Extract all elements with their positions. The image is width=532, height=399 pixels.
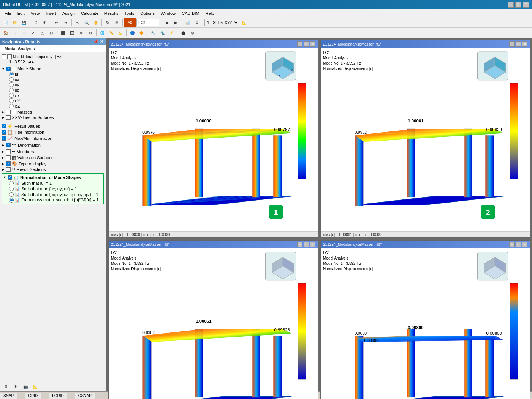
vos2-check[interactable]	[6, 155, 11, 160]
tree-item-maxmin[interactable]: ✓ 📈 Max/Min Information	[2, 135, 104, 141]
redo-btn[interactable]: ↪	[62, 18, 70, 27]
masses-check[interactable]	[6, 110, 11, 114]
ux-radio[interactable]	[9, 77, 14, 82]
menu-insert[interactable]: Insert	[43, 10, 59, 16]
nav-pin-icon[interactable]: 📌	[93, 39, 98, 44]
menu-tools[interactable]: Tools	[121, 10, 137, 16]
tree-item-type-display[interactable]: ▶ ✓ 🎨 Type of display	[2, 161, 104, 166]
menu-view[interactable]: View	[28, 10, 43, 16]
menu-results[interactable]: Results	[101, 10, 122, 16]
such1-radio[interactable]	[9, 181, 14, 185]
tree-item-phiz[interactable]: φZ	[2, 103, 104, 109]
fit-btn[interactable]: ⊞	[112, 18, 121, 27]
menu-window[interactable]: Window	[158, 10, 179, 16]
maximize-btn[interactable]: □	[515, 2, 521, 8]
uz-radio[interactable]	[9, 88, 14, 92]
t2-btn16[interactable]: 🔧	[149, 28, 157, 37]
norm-check[interactable]: ✓	[8, 175, 12, 180]
freq-checkbox2[interactable]	[7, 54, 12, 59]
nav-bottom-btn4[interactable]: 📐	[31, 383, 40, 391]
t2-btn19[interactable]: ⬤	[179, 28, 187, 37]
tree-item-values-on-surf[interactable]: ▶ ✕✕ Values on Surfaces	[2, 115, 104, 120]
tree-item-such1[interactable]: 📊 Such that |u| = 1	[3, 180, 103, 186]
preview-btn[interactable]: 👁	[41, 18, 49, 27]
such2-radio[interactable]	[9, 187, 14, 191]
settings-btn[interactable]: ⚙	[193, 18, 201, 27]
nav-tab-modal[interactable]: Modal Analysis	[0, 45, 106, 52]
mem-check[interactable]	[6, 149, 11, 154]
menu-calculate[interactable]: Calculate	[78, 10, 101, 16]
t2-btn4[interactable]: ⤢	[29, 28, 37, 37]
minimize-btn[interactable]: −	[508, 2, 514, 8]
pan-btn[interactable]: ✋	[92, 18, 100, 27]
t2-btn13[interactable]: 📐	[116, 28, 125, 37]
tree-item-result-sections[interactable]: ▶ ✂ Result Sections	[2, 166, 104, 172]
tree-item-title-info[interactable]: ✓ 📋 Title Information	[2, 129, 104, 135]
vp3-min[interactable]: −	[297, 242, 302, 247]
prev-result-btn[interactable]: ◀	[163, 18, 171, 27]
tree-item-u-abs[interactable]: |u|	[2, 71, 104, 77]
tree-item-deformation[interactable]: ▶ ✓ 〜 Deformation	[2, 141, 104, 149]
t2-btn8[interactable]: 🔲	[68, 28, 76, 37]
t2-btn14[interactable]: 🔵	[128, 28, 136, 37]
menu-file[interactable]: File	[2, 10, 14, 16]
tree-item-such2[interactable]: 📊 Such that max {ux; uy; uz} = 1	[3, 186, 103, 192]
vp2-min[interactable]: −	[509, 41, 515, 47]
mm-check[interactable]: ✓	[2, 136, 6, 141]
close-btn[interactable]: ✕	[523, 2, 529, 8]
nav-bottom-btn2[interactable]: 👁	[11, 383, 20, 391]
tree-item-vos2[interactable]: ▶ ▦ Values on Surfaces	[2, 155, 104, 161]
nav-bottom-btn1[interactable]: 🖥	[2, 383, 10, 391]
menu-assign[interactable]: Assign	[59, 10, 78, 16]
nav-close-icon[interactable]: ✕	[100, 39, 103, 44]
vp2-max[interactable]: □	[516, 41, 521, 47]
open-btn[interactable]: 📂	[11, 18, 19, 27]
menu-cadbim[interactable]: CAD-BIM	[179, 10, 202, 16]
print-btn[interactable]: 🖨	[32, 18, 40, 27]
t2-btn17[interactable]: 🔩	[158, 28, 166, 37]
t2-btn20[interactable]: ◎	[188, 28, 196, 37]
t2-btn18[interactable]: ⚡	[167, 28, 176, 37]
t2-btn10[interactable]: ⊗	[86, 28, 95, 37]
uy-radio[interactable]	[9, 82, 14, 87]
tree-item-phiy[interactable]: φY	[2, 98, 104, 103]
t2-btn11[interactable]: 🌐	[98, 28, 106, 37]
save-btn[interactable]: 💾	[20, 18, 28, 27]
new-btn[interactable]: 📄	[2, 18, 10, 27]
t2-btn7[interactable]: ⬛	[59, 28, 67, 37]
vp1-min[interactable]: −	[297, 41, 302, 47]
vp3-close[interactable]: ✕	[310, 242, 315, 247]
menu-help[interactable]: Help	[203, 10, 217, 16]
zoom-btn[interactable]: 🔍	[82, 18, 91, 27]
t2-btn3[interactable]: ↕	[20, 28, 28, 37]
tree-item-result-values[interactable]: ✓ ⚡ Result Values	[2, 123, 104, 129]
t2-btn5[interactable]: △	[38, 28, 46, 37]
tree-item-mass-matrix[interactable]: 📊 From mass matrix such that {u}ᵀ[M]{u} …	[3, 197, 103, 203]
tree-item-phix[interactable]: φx	[2, 93, 104, 98]
t2-btn9[interactable]: ⊕	[77, 28, 86, 37]
undo-btn[interactable]: ↩	[52, 18, 61, 27]
phiz-radio[interactable]	[9, 104, 14, 108]
rs-check[interactable]	[6, 167, 11, 172]
tree-item-masses[interactable]: ▶ Masses	[2, 109, 104, 115]
td-check[interactable]: ✓	[6, 162, 11, 166]
such3-radio[interactable]	[9, 192, 14, 197]
xyz-btn[interactable]: 📐	[240, 18, 249, 27]
t2-btn1[interactable]: 🏠	[2, 28, 10, 37]
t2-btn2[interactable]: ↔	[11, 28, 19, 37]
rv-check[interactable]: ✓	[2, 124, 6, 128]
tree-item-uy[interactable]: uy	[2, 82, 104, 87]
ti-check[interactable]: ✓	[2, 130, 6, 135]
tree-item-uz[interactable]: uz	[2, 87, 104, 93]
freq-checkbox[interactable]	[2, 54, 6, 59]
mode-shape-check[interactable]: ✓	[6, 66, 11, 71]
phiy-radio[interactable]	[9, 98, 14, 103]
t2-btn6[interactable]: ⊡	[47, 28, 55, 37]
t2-btn12[interactable]: 📏	[107, 28, 116, 37]
tree-item-members[interactable]: ▶ ═ Members	[2, 149, 104, 155]
tree-item-mode-shape[interactable]: ▼ ✓ Mode Shape	[2, 66, 104, 71]
vp4-max[interactable]: □	[516, 242, 521, 247]
vp2-close[interactable]: ✕	[522, 41, 527, 47]
show-results-btn[interactable]: 📊	[184, 18, 192, 27]
def-check[interactable]: ✓	[6, 143, 11, 147]
